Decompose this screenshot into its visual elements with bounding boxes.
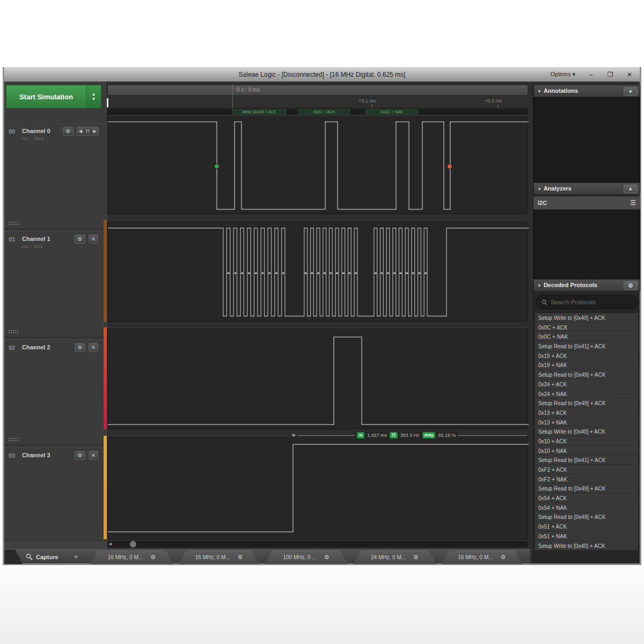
channel-settings-button[interactable]: ⚙ xyxy=(75,343,85,352)
timeline-tick-row[interactable]: +0.1 ms +0.2 ms xyxy=(107,96,528,108)
timeline-origin-line xyxy=(232,85,233,108)
add-annotation-button[interactable]: + xyxy=(624,87,638,96)
timeline-origin-label: 0 s : 0 ms xyxy=(237,87,260,93)
gear-icon[interactable]: ⚙ xyxy=(501,554,506,561)
timeline-cursor[interactable] xyxy=(107,98,108,107)
channel-remove-button[interactable]: ✕ xyxy=(89,451,98,460)
row-resize-grip[interactable] xyxy=(8,437,19,442)
expand-tabs-icon[interactable]: » xyxy=(74,552,78,560)
protocol-row[interactable]: Setup Read to [0x41] + ACK xyxy=(535,456,639,465)
protocol-row[interactable]: 0xF2 + ACK xyxy=(535,465,639,475)
spin-down-icon[interactable]: ▼ xyxy=(92,97,96,101)
analyzer-item-i2c[interactable]: I2C ☰ xyxy=(533,196,640,210)
i2c-decode-bubble[interactable]: 0x0C + ACK xyxy=(298,109,350,114)
timeline-ruler[interactable]: 0 s : 0 ms xyxy=(107,85,528,96)
duty-value: 65.16 % xyxy=(438,433,456,438)
waveform-pane-ch0[interactable] xyxy=(107,115,528,214)
protocol-row[interactable]: 0x51 + NAK xyxy=(535,532,639,541)
gear-icon[interactable]: ⚙ xyxy=(238,554,243,561)
waveform-ch2 xyxy=(108,328,529,430)
add-analyzer-button[interactable]: + xyxy=(624,185,638,193)
pulse-icon[interactable]: ⊓ xyxy=(84,127,91,135)
search-placeholder: Search Protocols xyxy=(551,299,596,305)
protocol-row[interactable]: Setup Write to [0x40] + ACK xyxy=(535,427,639,437)
device-tab[interactable]: 24 MHz, 0 M...⚙ xyxy=(353,551,436,564)
gear-icon[interactable]: ⚙ xyxy=(413,554,419,561)
spin-up-icon[interactable]: ▲ xyxy=(92,92,96,97)
gear-icon: ⚙ xyxy=(78,236,83,242)
gear-icon: ⚙ xyxy=(66,128,71,134)
channel1-color-stripe xyxy=(104,220,107,322)
analyzers-header[interactable]: ▼Analyzers + xyxy=(533,182,640,195)
protocol-row[interactable]: 0x51 + ACK xyxy=(535,522,639,532)
horizontal-scrollbar[interactable]: ◀ xyxy=(107,541,528,547)
decoded-settings-button[interactable]: ⚙ xyxy=(624,281,638,290)
channel-index: 01 xyxy=(9,236,15,243)
protocol-row[interactable]: 0x19 + ACK xyxy=(535,352,639,361)
protocol-row[interactable]: 0x13 + ACK xyxy=(535,408,639,418)
protocol-row[interactable]: 0x13 + NAK xyxy=(535,418,639,428)
waveform-ch0 xyxy=(108,116,529,215)
protocol-row[interactable]: Setup Read to [0x49] + ACK xyxy=(535,399,639,408)
capture-icon xyxy=(26,553,33,560)
protocol-row[interactable]: Setup Write to [0x40] + ACK xyxy=(535,541,639,551)
protocol-row[interactable]: 0x54 + NAK xyxy=(535,503,639,513)
waveform-pane-ch3[interactable] xyxy=(107,436,528,539)
channel-remove-button[interactable]: ✕ xyxy=(89,343,98,352)
width-value: 1.657 ms xyxy=(367,433,387,438)
options-menu[interactable]: Options ▾ xyxy=(547,70,579,79)
row-resize-grip[interactable] xyxy=(8,330,19,334)
protocol-row[interactable]: 0x19 + NAK xyxy=(535,361,639,370)
search-protocols-input[interactable]: Search Protocols xyxy=(536,295,638,309)
device-tab[interactable]: 100 MHz, 0 ...⚙ xyxy=(265,551,348,564)
next-edge-icon[interactable]: ▶ xyxy=(91,127,98,135)
device-tab[interactable]: 16 MHz, 0 M...⚙ xyxy=(90,551,173,564)
gear-icon[interactable]: ⚙ xyxy=(324,554,330,561)
gear-icon[interactable]: ⚙ xyxy=(150,554,156,561)
protocol-row[interactable]: 0x24 + ACK xyxy=(535,380,639,390)
protocol-row[interactable]: 0x0C + ACK xyxy=(535,323,639,333)
start-options-spinner[interactable]: ▲ ▼ xyxy=(86,85,101,108)
protocol-row[interactable]: Setup Read to [0x49] + ACK xyxy=(535,370,639,380)
i2c-decode-bubble[interactable]: Write [0x40] + ACK xyxy=(232,109,286,114)
frequency-badge-icon: ⊓ xyxy=(390,432,397,438)
protocol-row[interactable]: 0x10 + NAK xyxy=(535,447,639,456)
close-button[interactable]: ✕ xyxy=(623,70,636,79)
analyzer-menu-icon[interactable]: ☰ xyxy=(630,196,636,209)
prev-edge-icon[interactable]: ◀ xyxy=(77,127,84,135)
bottom-tab-bar: Capture » 16 MHz, 0 M...⚙16 MHz, 0 M...⚙… xyxy=(4,549,530,564)
decoded-protocols-header[interactable]: ▼Decoded Protocols ⚙ xyxy=(533,279,640,291)
channel-settings-button[interactable]: ⚙ xyxy=(63,127,74,136)
protocol-row[interactable]: Setup Read to [0x49] + ACK xyxy=(535,484,639,494)
channel-index: 02 xyxy=(9,345,15,351)
restore-button[interactable]: ❐ xyxy=(603,70,617,79)
channel-settings-button[interactable]: ⚙ xyxy=(75,451,85,460)
duty-badge-icon: duty xyxy=(422,432,436,438)
capture-tab[interactable]: Capture xyxy=(26,550,58,564)
protocol-row[interactable]: 0x24 + NAK xyxy=(535,390,639,399)
tick-label-02: +0.2 ms xyxy=(485,98,502,104)
waveform-pane-ch1[interactable] xyxy=(107,220,528,322)
i2c-decode-bubble[interactable]: 0x0C + NAK xyxy=(365,109,418,114)
protocol-row[interactable]: Setup Read to [0x49] + ACK xyxy=(535,513,639,522)
scrollbar-thumb[interactable] xyxy=(130,541,136,547)
scroll-left-icon[interactable]: ◀ xyxy=(108,541,112,546)
protocol-row[interactable]: Setup Read to [0x41] + ACK xyxy=(535,342,639,352)
annotations-header[interactable]: ▼Annotations + xyxy=(533,85,640,97)
protocol-row[interactable]: 0xF2 + NAK xyxy=(535,475,639,485)
waveform-pane-ch2[interactable] xyxy=(107,327,528,429)
channel-settings-button[interactable]: ⚙ xyxy=(75,235,85,244)
channel-row-0: 00 Channel 0 I2C - SDA ⚙ ◀ ⊓ ▶ xyxy=(4,123,107,229)
device-tab[interactable]: 16 MHz, 0 M...⚙ xyxy=(442,551,522,564)
channel-remove-button[interactable]: ✕ xyxy=(89,235,98,244)
minimize-button[interactable]: – xyxy=(584,70,598,79)
protocol-row[interactable]: 0x0C + NAK xyxy=(535,332,639,342)
row-resize-grip[interactable] xyxy=(8,221,19,226)
protocol-row[interactable]: 0x10 + ACK xyxy=(535,437,639,447)
protocol-row[interactable]: Setup Write to [0x40] + ACK xyxy=(535,313,639,323)
protocol-row[interactable]: 0x54 + ACK xyxy=(535,494,639,503)
device-tab[interactable]: 16 MHz, 0 M...⚙ xyxy=(179,551,259,564)
channel3-color-stripe xyxy=(104,436,107,539)
edge-nav-group[interactable]: ◀ ⊓ ▶ xyxy=(77,127,99,136)
start-simulation-button[interactable]: Start Simulation xyxy=(6,85,86,108)
